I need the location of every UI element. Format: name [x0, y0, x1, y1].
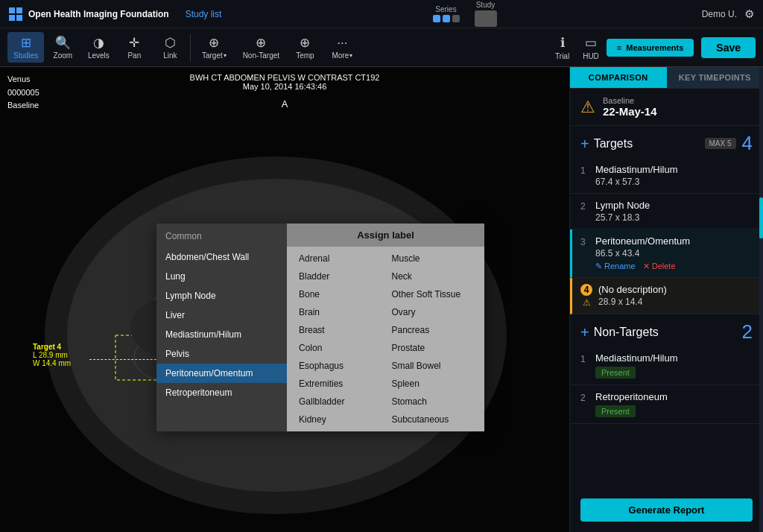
- delete-button[interactable]: ✕ Delete: [643, 262, 676, 271]
- studies-icon: ⊞: [21, 35, 31, 51]
- settings-button[interactable]: ⚙: [744, 7, 754, 21]
- non-target-label: Non-Target: [243, 51, 279, 60]
- rename-button[interactable]: ✎ Rename: [595, 262, 636, 271]
- temp-icon: ⊕: [300, 35, 310, 51]
- non-target-item-2: 2 Retroperitoneum Present: [570, 385, 763, 424]
- image-title: BWH CT ABDOMEN PELVIS W CONTRAST CT192 M…: [190, 73, 380, 91]
- common-item-lymphnode[interactable]: Lymph Node: [156, 286, 287, 305]
- common-item-mediastinum[interactable]: Mediastinum/Hilum: [156, 325, 287, 344]
- measurement-line-h: [89, 359, 164, 360]
- studies-label: Studies: [13, 51, 38, 60]
- measurements-button[interactable]: ≡ Measurements: [607, 39, 694, 57]
- common-item-liver[interactable]: Liver: [156, 305, 287, 325]
- assign-colon[interactable]: Colon: [293, 339, 386, 357]
- assign-extremities[interactable]: Extremities: [293, 375, 386, 393]
- more-icon: ···: [337, 36, 347, 51]
- assign-adrenal[interactable]: Adrenal: [293, 250, 386, 267]
- assign-ovary[interactable]: Ovary: [386, 303, 479, 321]
- common-item-peritoneum[interactable]: Peritoneum/Omentum: [156, 364, 287, 383]
- assign-neck[interactable]: Neck: [386, 267, 479, 285]
- assign-panel-header: Assign label: [287, 224, 484, 247]
- assign-other-soft-tissue[interactable]: Other Soft Tissue: [386, 285, 479, 303]
- target-icon: ⊕: [209, 35, 219, 51]
- logo: Open Health Imaging Foundation: [9, 7, 169, 21]
- assign-small-bowel[interactable]: Small Bowel: [386, 357, 479, 375]
- warning-icon: ⚠: [580, 98, 595, 117]
- common-item-pelvis[interactable]: Pelvis: [156, 344, 287, 364]
- patient-id: 0000005: [7, 86, 39, 100]
- target-2-num: 2: [580, 201, 589, 223]
- nt-2-status: Present: [595, 405, 636, 417]
- target-label: Target 4: [33, 343, 71, 351]
- assign-pancreas[interactable]: Pancreas: [386, 321, 479, 339]
- series-indicator: Series: [433, 5, 460, 22]
- common-item-retroperitoneum[interactable]: Retroperitoneum: [156, 383, 287, 402]
- tab-comparison[interactable]: COMPARISON: [570, 67, 667, 88]
- main-content: Venus 0000005 Baseline BWH CT ABDOMEN PE…: [0, 67, 763, 532]
- add-non-target-button[interactable]: +: [580, 325, 589, 340]
- nt-1-name: Mediastinum/Hilum: [595, 352, 678, 364]
- add-target-button[interactable]: +: [580, 136, 589, 151]
- common-item-abdomen[interactable]: Abdomen/Chest Wall: [156, 247, 287, 267]
- hud-label: HUD: [583, 52, 599, 60]
- assign-kidney[interactable]: Kidney: [293, 411, 386, 428]
- assign-bladder[interactable]: Bladder: [293, 267, 386, 285]
- link-icon: ⬡: [165, 35, 176, 51]
- tool-studies[interactable]: ⊞ Studies: [7, 32, 44, 63]
- zoom-icon: 🔍: [55, 35, 71, 51]
- comparison-tabs: COMPARISON KEY TIMEPOINTS: [570, 67, 763, 89]
- tool-link[interactable]: ⬡ Link: [153, 32, 187, 63]
- trial-button[interactable]: ℹ Trial: [549, 32, 575, 63]
- assign-prostate[interactable]: Prostate: [386, 339, 479, 357]
- targets-label: Targets: [594, 137, 705, 151]
- tool-target[interactable]: ⊕ Target▾: [194, 32, 234, 63]
- target-3-num: 3: [580, 237, 589, 271]
- target-4-name: (No description): [598, 284, 667, 295]
- tab-key-timepoints[interactable]: KEY TIMEPOINTS: [667, 67, 764, 88]
- nt-2-num: 2: [580, 393, 589, 403]
- toolbar: ⊞ Studies 🔍 Zoom ◑ Levels ✛ Pan ⬡ Link ⊕…: [0, 28, 763, 67]
- app-title: Open Health Imaging Foundation: [28, 9, 169, 19]
- baseline-label: Baseline: [603, 96, 657, 105]
- assign-brain[interactable]: Brain: [293, 303, 386, 321]
- non-target-item-1: 1 Mediastinum/Hilum Present: [570, 346, 763, 385]
- common-item-lung[interactable]: Lung: [156, 267, 287, 286]
- assign-items-grid: Adrenal Muscle Bladder Neck Bone Other S…: [287, 247, 484, 431]
- assign-bone[interactable]: Bone: [293, 285, 386, 303]
- tool-temp[interactable]: ⊕ Temp: [288, 32, 322, 63]
- orientation-label: A: [282, 98, 288, 110]
- generate-report-button[interactable]: Generate Report: [580, 498, 753, 522]
- assign-muscle[interactable]: Muscle: [386, 250, 479, 267]
- tool-zoom[interactable]: 🔍 Zoom: [45, 32, 80, 63]
- study-label: Study: [476, 1, 496, 9]
- tool-pan[interactable]: ✛ Pan: [117, 32, 151, 63]
- non-targets-section-header: + Non-Targets 2: [570, 314, 763, 346]
- study-button[interactable]: [475, 10, 497, 27]
- save-button[interactable]: Save: [701, 37, 756, 58]
- zoom-label: Zoom: [54, 51, 73, 60]
- logo-icon: [9, 7, 22, 21]
- hud-icon: ▭: [585, 35, 597, 51]
- nt-1-status: Present: [595, 367, 636, 379]
- scroll-bar[interactable]: [759, 67, 763, 532]
- tool-non-target[interactable]: ⊕ Non-Target: [235, 32, 286, 63]
- scan-date: May 10, 2014 16:43:46: [190, 82, 380, 91]
- assign-breast[interactable]: Breast: [293, 321, 386, 339]
- assign-gallbladder[interactable]: Gallbladder: [293, 393, 386, 411]
- non-targets-label: Non-Targets: [594, 326, 742, 339]
- non-targets-count: 2: [742, 320, 753, 343]
- target-1-name: Mediastinum/Hilum: [595, 164, 678, 175]
- generate-report-container: Generate Report: [570, 491, 763, 532]
- assign-esophagus[interactable]: Esophagus: [293, 357, 386, 375]
- assign-stomach[interactable]: Stomach: [386, 393, 479, 411]
- tool-levels[interactable]: ◑ Levels: [81, 32, 115, 63]
- tool-more[interactable]: ··· More▾: [323, 33, 361, 63]
- link-label: Link: [163, 51, 177, 60]
- study-list-button[interactable]: Study list: [180, 6, 228, 22]
- temp-label: Temp: [296, 51, 314, 60]
- assign-spleen[interactable]: Spleen: [386, 375, 479, 393]
- assign-subcutaneous[interactable]: Subcutaneous: [386, 411, 479, 428]
- hud-button[interactable]: ▭ HUD: [577, 32, 605, 63]
- target-2-name: Lymph Node: [595, 200, 650, 211]
- image-area[interactable]: Venus 0000005 Baseline BWH CT ABDOMEN PE…: [0, 67, 569, 532]
